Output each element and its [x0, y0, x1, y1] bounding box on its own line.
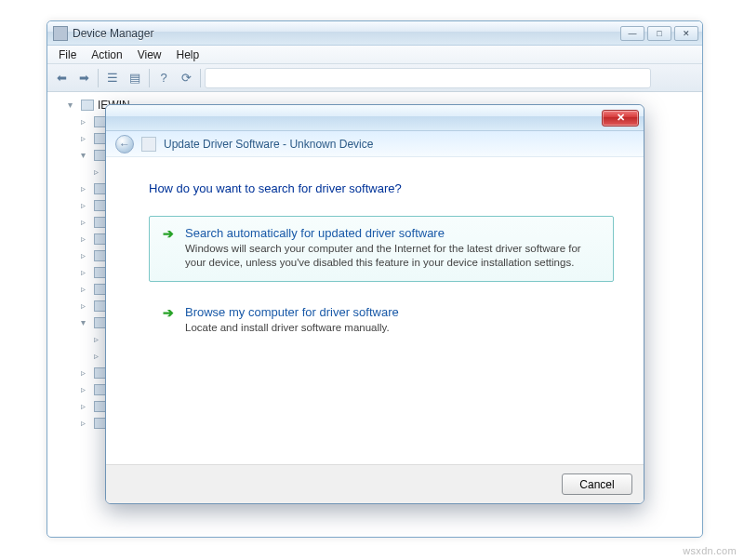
option-title: Browse my computer for driver software [185, 305, 399, 319]
cancel-button[interactable]: Cancel [562, 473, 632, 495]
update-driver-dialog: ✕ ← Update Driver Software - Unknown Dev… [105, 104, 644, 504]
dialog-body: How do you want to search for driver sof… [106, 157, 644, 347]
toolbar-separator [149, 69, 150, 87]
option-search-automatically[interactable]: ➔ Search automatically for updated drive… [149, 216, 614, 282]
toolbar-separator [98, 69, 99, 87]
watermark: wsxdn.com [683, 545, 737, 556]
dialog-footer: Cancel [106, 464, 644, 503]
device-manager-title: Device Manager [73, 27, 618, 40]
option-title: Search automatically for updated driver … [185, 226, 594, 240]
device-manager-titlebar[interactable]: Device Manager — □ ✕ [47, 21, 702, 46]
maximize-button[interactable]: □ [647, 26, 671, 41]
menu-view[interactable]: View [130, 47, 169, 63]
arrow-right-icon: ➔ [163, 305, 176, 335]
menu-bar: File Action View Help [47, 46, 702, 64]
toolbar-address [205, 68, 651, 88]
toolbar-refresh-icon[interactable]: ⟳ [176, 68, 196, 88]
dialog-header-text: Update Driver Software - Unknown Device [164, 138, 373, 151]
option-description: Windows will search your computer and th… [185, 242, 594, 270]
computer-icon [81, 100, 94, 111]
dialog-titlebar[interactable]: ✕ [106, 105, 644, 131]
toolbar-properties-icon[interactable]: ☰ [102, 68, 123, 88]
menu-help[interactable]: Help [169, 47, 207, 63]
dialog-header: ← Update Driver Software - Unknown Devic… [106, 131, 644, 157]
toolbar-tree-icon[interactable]: ▤ [125, 68, 145, 88]
dialog-close-button[interactable]: ✕ [602, 110, 639, 127]
toolbar-forward-icon[interactable]: ➡ [73, 68, 94, 88]
menu-file[interactable]: File [51, 47, 84, 63]
option-description: Locate and install driver software manua… [185, 321, 399, 335]
back-icon[interactable]: ← [115, 135, 134, 153]
device-manager-app-icon [53, 26, 68, 41]
toolbar: ⬅ ➡ ☰ ▤ ? ⟳ [47, 64, 702, 92]
option-browse-computer[interactable]: ➔ Browse my computer for driver software… [149, 295, 614, 347]
close-button[interactable]: ✕ [674, 26, 698, 41]
menu-action[interactable]: Action [84, 47, 129, 63]
toolbar-help-icon[interactable]: ? [153, 68, 174, 88]
dialog-question: How do you want to search for driver sof… [149, 181, 614, 195]
wizard-icon [141, 137, 156, 152]
toolbar-separator [200, 69, 201, 87]
arrow-right-icon: ➔ [163, 226, 176, 270]
minimize-button[interactable]: — [620, 26, 644, 41]
toolbar-back-icon[interactable]: ⬅ [51, 68, 72, 88]
